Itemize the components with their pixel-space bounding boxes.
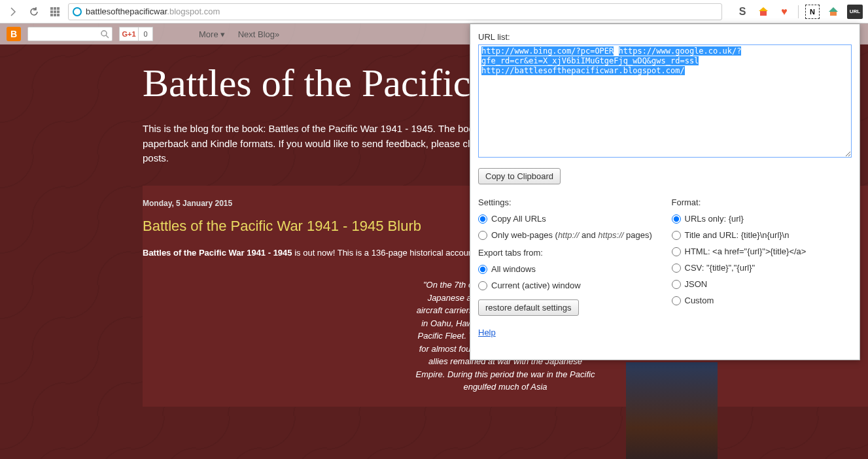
blogger-logo-icon[interactable]: B — [7, 27, 21, 41]
post-lead-bold: Battles of the Pacific War 1941 - 1945 — [143, 248, 292, 258]
next-blog-link[interactable]: Next Blog» — [238, 29, 280, 39]
radio-fmt-custom[interactable]: Custom — [672, 296, 852, 305]
more-menu[interactable]: More ▾ — [199, 29, 225, 39]
settings-col-right: Format: URLs only: {url} Title and URL: … — [672, 197, 852, 337]
favorite-icon[interactable]: ♥ — [777, 5, 791, 19]
ext-icon-1[interactable]: S — [735, 5, 750, 19]
radio-fmt-title-input[interactable] — [672, 231, 681, 240]
radio-fmt-csv[interactable]: CSV: "{title}","{url}" — [672, 263, 852, 273]
radio-fmt-html-input[interactable] — [672, 247, 681, 256]
svg-rect-8 — [57, 14, 60, 16]
svg-marker-11 — [829, 7, 838, 12]
radio-fmt-custom-label: Custom — [685, 296, 714, 305]
svg-rect-4 — [54, 10, 56, 13]
copy-urls-popup: URL list: http://www.bing.com/?pc=OPER h… — [470, 24, 860, 360]
settings-area: Settings: Copy All URLs Only web-pages (… — [478, 197, 852, 337]
gplus-button[interactable]: G+1 0 — [119, 27, 153, 41]
gplus-count: 0 — [139, 27, 153, 41]
ext-icon-n[interactable]: N — [805, 5, 820, 19]
svg-rect-5 — [57, 10, 60, 13]
radio-all-windows[interactable]: All windows — [478, 264, 659, 274]
radio-fmt-title-label: Title and URL: {title}\n{url}\n — [685, 230, 790, 240]
radio-fmt-csv-label: CSV: "{title}","{url}" — [685, 263, 755, 273]
radio-only-web-input[interactable] — [478, 231, 487, 240]
reload-button[interactable] — [26, 4, 42, 20]
radio-current-window-label: Current (active) window — [491, 280, 581, 290]
radio-fmt-json-input[interactable] — [672, 280, 681, 289]
extension-icons: S ♥ N URL — [735, 5, 863, 19]
radio-all-windows-label: All windows — [491, 264, 536, 274]
svg-rect-6 — [50, 14, 53, 16]
radio-copy-all[interactable]: Copy All URLs — [478, 214, 659, 224]
separator — [798, 5, 799, 18]
address-bar[interactable]: battlesofthepacificwar.blogspot.com — [68, 3, 722, 20]
radio-fmt-urls-label: URLs only: {url} — [685, 214, 744, 224]
radio-fmt-title[interactable]: Title and URL: {title}\n{url}\n — [672, 230, 852, 240]
svg-marker-9 — [759, 7, 768, 11]
radio-fmt-html-label: HTML: <a href="{url}">{title}</a> — [685, 246, 807, 256]
svg-rect-10 — [760, 11, 767, 16]
radio-fmt-csv-input[interactable] — [672, 264, 681, 273]
radio-only-web[interactable]: Only web-pages (http:// and https:// pag… — [478, 230, 659, 240]
gplus-label: G+1 — [119, 27, 139, 41]
svg-line-14 — [106, 35, 109, 38]
url-line-0: http://www.bing.com/?pc=OPER — [481, 46, 614, 56]
help-link[interactable]: Help — [478, 328, 496, 337]
url-list-label: URL list: — [478, 32, 852, 42]
svg-rect-1 — [54, 7, 56, 10]
radio-fmt-urls[interactable]: URLs only: {url} — [672, 214, 852, 224]
restore-defaults-button[interactable]: restore default settings — [478, 299, 579, 316]
svg-rect-3 — [50, 10, 53, 13]
radio-current-window[interactable]: Current (active) window — [478, 280, 659, 290]
svg-point-13 — [101, 31, 107, 36]
url-list-textarea[interactable]: http://www.bing.com/?pc=OPER https://www… — [478, 44, 852, 158]
radio-fmt-custom-input[interactable] — [672, 296, 681, 305]
svg-rect-0 — [50, 7, 53, 10]
chevron-down-icon: ▾ — [220, 29, 225, 39]
format-heading: Format: — [672, 197, 852, 207]
radio-only-web-label: Only web-pages (http:// and https:// pag… — [491, 230, 652, 240]
export-heading: Export tabs from: — [478, 248, 659, 258]
radio-fmt-json[interactable]: JSON — [672, 279, 852, 289]
radio-fmt-urls-input[interactable] — [672, 214, 681, 224]
url-line-2: http://battlesofthepacificwar.blogspot.c… — [481, 66, 685, 75]
radio-fmt-html[interactable]: HTML: <a href="{url}">{title}</a> — [672, 246, 852, 256]
blogger-search-input[interactable] — [27, 27, 113, 41]
radio-copy-all-label: Copy All URLs — [491, 214, 546, 224]
radio-current-window-input[interactable] — [478, 281, 487, 290]
ext-icon-home[interactable] — [826, 5, 841, 19]
radio-copy-all-input[interactable] — [478, 214, 487, 224]
svg-rect-2 — [57, 7, 60, 10]
svg-rect-12 — [830, 12, 837, 16]
more-label: More — [199, 29, 218, 39]
copy-urls-ext-icon[interactable]: URL — [847, 5, 863, 19]
radio-fmt-json-label: JSON — [685, 279, 708, 289]
site-info-icon[interactable] — [73, 7, 82, 16]
svg-rect-7 — [54, 14, 56, 16]
sidebar-book-cover[interactable]: Matthew Adams — [626, 362, 718, 459]
browser-toolbar: battlesofthepacificwar.blogspot.com S ♥ … — [0, 0, 868, 24]
radio-all-windows-input[interactable] — [478, 265, 487, 274]
ext-icon-2[interactable] — [756, 5, 771, 19]
search-icon — [100, 29, 109, 39]
copy-clipboard-button[interactable]: Copy to Clipboard — [478, 168, 561, 184]
speed-dial-button[interactable] — [47, 4, 63, 20]
forward-button[interactable] — [5, 4, 21, 20]
settings-col-left: Settings: Copy All URLs Only web-pages (… — [478, 197, 659, 337]
url-text: battlesofthepacificwar.blogspot.com — [86, 7, 220, 16]
settings-heading: Settings: — [478, 197, 659, 207]
